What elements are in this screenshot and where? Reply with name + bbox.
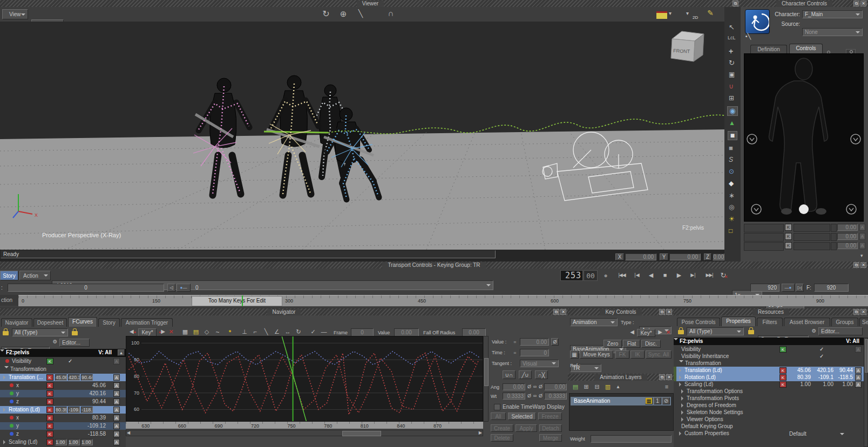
prop-row-transformation[interactable]: Transformation [674,360,864,367]
layer-menu-icon[interactable]: ≡ [663,383,670,390]
filter-type-select[interactable]: All (Type) [12,328,68,336]
ke-time-mode-icon[interactable]: = [512,350,518,355]
sheet-mode-icon[interactable]: ▤ [191,328,201,335]
tangent-spline-icon[interactable]: ⌐ [250,328,260,335]
resources-dock-icon[interactable]: ⧉ [853,309,859,315]
res-lock-icon-left[interactable] [678,330,684,334]
zero-button[interactable]: Zero [603,340,622,348]
scaling-key-button[interactable]: K [46,439,53,445]
tab-definition[interactable]: Definition [750,45,787,53]
res-filter-select[interactable]: All (Type) [687,327,744,335]
smooth-curve-icon[interactable]: ~ [213,328,222,336]
freeze-button[interactable]: Freeze [538,412,562,420]
disc-button[interactable]: Disc. [641,340,661,348]
editor-button[interactable]: Editor... [59,339,90,347]
tz-key-button[interactable]: K [46,398,53,405]
prop-row-rotation[interactable]: Rotation (Ld) K 80.39 -109.1 -118.5 A [674,374,864,381]
step-forward-button[interactable]: ▶| [688,272,699,278]
range-end-field[interactable]: 920 [750,284,779,292]
reach-key-button-2[interactable]: K [785,233,792,240]
local-space-icon[interactable]: LcL [728,35,736,40]
tangent-flatten-icon[interactable]: ↔ [283,328,293,335]
keyframe-ruler-dropdown[interactable]: ▾ [669,10,672,16]
play-backward-button[interactable]: ◀ [646,272,656,279]
reach-slider-3[interactable] [794,242,830,250]
wt-lock-right-icon[interactable]: Ø [538,393,543,398]
prop-row-degrees-of-freedom[interactable]: Degrees of Freedom [674,402,864,409]
tx-anim-button[interactable]: A [113,382,120,389]
weight-slider[interactable] [591,435,672,443]
tree-row-tx[interactable]: x K 45.06 A [0,382,126,389]
layer-new-icon[interactable]: ▤ [571,383,580,390]
ry-anim-button[interactable]: A [113,423,120,429]
reach-value-2[interactable]: 0.00 [837,233,858,240]
animation-mode-select[interactable]: Animation [570,318,618,326]
prop-rx[interactable]: 80.39 [789,374,811,381]
translate-tool-icon[interactable]: + [729,47,733,56]
set-key-button[interactable]: Key* [138,328,157,336]
wt-link-icon[interactable]: ∞ [532,393,538,398]
prop-vis-inherit-check[interactable]: ✓ [819,353,824,360]
rx-value[interactable]: 80.39 [70,414,106,422]
layer-merge-icon[interactable]: ⊟ [593,383,601,390]
null-object-icon[interactable]: ∗ [729,191,735,200]
ke-value-zero-button[interactable]: Ø [551,338,559,346]
timewarp-checkbox[interactable] [494,404,500,410]
key-marker-icon[interactable]: ● [226,328,234,334]
fk-button[interactable]: FK [615,350,629,359]
prop-row-default-keying-group[interactable]: Default Keying Group Default [674,423,864,430]
apply-button[interactable]: Apply [516,424,537,432]
detach-button[interactable]: Detach [539,424,562,432]
translation-anim-button[interactable]: A [113,374,120,381]
tree-scroll-up[interactable]: ▴ [118,349,125,356]
ik-button[interactable]: IK [630,350,645,359]
layer-mute-button[interactable]: ⊘ [662,397,670,404]
layer-solo-button[interactable]: ▦ [645,397,653,404]
camera-object-icon[interactable]: ◎ [729,203,734,211]
graph-hscrollbar[interactable]: ◀ ▶ [126,430,483,436]
key-controls-dock-icon[interactable]: ⧉ [659,309,665,315]
range-next-button[interactable]: ▷| [796,284,804,292]
tree-row-ry[interactable]: y K -109.12 A [0,422,126,430]
wt-lock-left-icon[interactable]: Ø [527,393,532,398]
move-keys-button[interactable]: Move Keys [580,350,613,359]
prop-tx[interactable]: 45.06 [789,367,811,374]
translate-axis-icon[interactable]: ⊞ [729,94,734,102]
tree-row-tz[interactable]: z K 90.44 A [0,398,126,405]
prop-sy[interactable]: 1.00 [812,381,833,388]
reach-value-1[interactable]: 0.00 [837,224,858,231]
ry-key-button[interactable]: K [46,423,53,429]
rotation-anim-button[interactable]: A [113,407,120,413]
frame-counter[interactable]: 253 [560,270,583,281]
rz-key-button[interactable]: K [46,431,53,437]
prop-rz[interactable]: -118.5 [832,374,853,381]
timeline-playhead[interactable] [242,295,243,306]
hscroll-left-icon[interactable]: ◀ [127,430,130,435]
ang-lock-right-icon[interactable]: Ø [538,384,543,389]
prop-root-row[interactable]: F2:pelvis V: All [674,338,864,345]
tab-navigator[interactable]: Navigator [1,318,32,327]
action-mode-button[interactable]: Action [19,271,51,280]
wt-right-field[interactable]: 0.3333 [544,393,567,400]
wt-left-field[interactable]: 0.3333 [503,393,525,400]
tree-row-transformation[interactable]: Transformation [0,366,126,373]
tree-row-scaling[interactable]: Scaling (Ld) K 1.00 1.00 1.00 A [0,438,126,446]
tangent-preset-break[interactable]: ∩╳ [535,370,548,379]
tab-story[interactable]: Story [98,318,120,327]
tree-row-rx[interactable]: x K 80.39 A [0,414,126,422]
tab-animation-trigger[interactable]: Animation Trigger [121,318,173,327]
layer-filter-icon[interactable]: ▥ [603,383,612,390]
accept-icon[interactable]: ✓ [309,328,317,335]
animation-layers-close-icon[interactable]: ✕ [666,374,672,380]
tree-row-ty[interactable]: y K 420.16 A [0,390,126,397]
rotation-key-button[interactable]: K [46,407,53,413]
view-menu-button[interactable]: View [2,9,28,19]
layer-weight-button[interactable]: 1 [654,397,661,404]
animation-layers-dock-icon[interactable]: ⧉ [659,374,665,380]
ang-link-icon[interactable]: ∞ [532,384,538,389]
spline-tool-icon[interactable]: S [729,156,733,163]
falloff-input[interactable]: 0.00 [462,328,486,336]
light-object-icon[interactable]: ☀ [729,215,735,223]
fcurve-graph[interactable]: 10090807060 [126,336,483,422]
graph-vscrollbar[interactable] [483,336,489,422]
